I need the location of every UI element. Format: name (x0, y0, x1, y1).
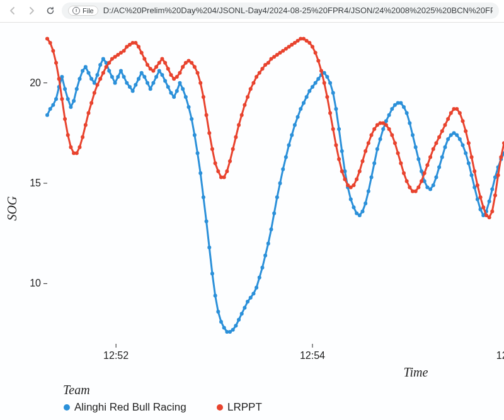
svg-point-12 (81, 69, 84, 73)
svg-point-169 (84, 123, 88, 127)
svg-point-175 (101, 71, 105, 75)
svg-point-162 (63, 117, 67, 121)
x-axis-label: Time (404, 365, 428, 379)
svg-point-248 (316, 59, 320, 63)
svg-point-174 (98, 77, 102, 81)
svg-point-24 (116, 75, 120, 79)
svg-point-110 (370, 175, 374, 179)
legend-marker (217, 404, 223, 411)
svg-point-53 (202, 195, 205, 199)
x-tick-label: 12:52 (103, 350, 129, 361)
svg-point-159 (54, 61, 58, 65)
svg-point-38 (158, 69, 161, 73)
svg-point-182 (122, 49, 126, 53)
svg-point-143 (467, 161, 471, 165)
svg-point-6 (63, 87, 67, 91)
y-tick-label: 10 (30, 278, 41, 288)
svg-point-60 (222, 326, 226, 330)
svg-point-92 (316, 77, 320, 81)
svg-point-177 (107, 61, 111, 65)
svg-point-298 (464, 129, 467, 133)
svg-point-47 (184, 95, 188, 99)
svg-point-43 (172, 95, 176, 99)
legend-item-label: Alinghi Red Bull Racing (74, 401, 186, 413)
svg-point-160 (57, 77, 61, 81)
svg-point-190 (146, 63, 149, 67)
svg-point-70 (251, 292, 255, 295)
svg-point-210 (205, 113, 209, 117)
svg-point-40 (163, 79, 167, 82)
svg-point-64 (234, 324, 238, 327)
file-chip-label: File (83, 7, 94, 14)
address-bar[interactable]: i File D:/AC%20Prelim%20Day%204/JSONL-Da… (62, 3, 499, 19)
svg-point-39 (160, 73, 164, 77)
svg-point-17 (96, 73, 100, 77)
forward-button[interactable] (24, 3, 39, 18)
svg-point-216 (222, 175, 226, 179)
svg-point-9 (72, 99, 76, 103)
svg-point-246 (311, 45, 314, 48)
svg-point-25 (119, 69, 123, 73)
svg-point-34 (146, 81, 149, 85)
svg-point-200 (175, 75, 179, 79)
svg-point-51 (196, 151, 200, 155)
svg-point-211 (207, 131, 211, 135)
svg-point-189 (142, 57, 146, 60)
svg-point-83 (290, 133, 294, 137)
svg-point-231 (266, 61, 270, 65)
svg-point-289 (437, 135, 441, 139)
reload-button[interactable] (43, 3, 58, 18)
svg-point-193 (154, 65, 158, 69)
svg-point-72 (258, 276, 261, 280)
svg-point-302 (476, 183, 479, 187)
svg-point-194 (158, 61, 161, 65)
legend-marker (64, 404, 70, 411)
svg-point-176 (105, 65, 108, 69)
svg-point-133 (437, 166, 441, 169)
svg-point-171 (89, 101, 93, 105)
svg-point-156 (45, 37, 49, 41)
svg-point-188 (140, 51, 144, 55)
svg-point-279 (408, 185, 411, 189)
svg-point-140 (458, 137, 462, 141)
svg-point-263 (360, 159, 364, 163)
x-tick-label: 12:54 (300, 350, 325, 361)
svg-point-79 (278, 181, 282, 185)
svg-point-98 (334, 107, 338, 111)
svg-point-262 (358, 169, 362, 173)
svg-point-306 (488, 215, 491, 219)
svg-point-49 (190, 117, 193, 121)
svg-point-198 (169, 73, 173, 77)
back-button[interactable] (5, 3, 20, 18)
svg-point-208 (198, 81, 202, 85)
svg-point-27 (125, 81, 129, 85)
svg-point-85 (296, 115, 300, 119)
url-text: D:/AC%20Prelim%20Day%204/JSONL-Day4/2024… (103, 6, 493, 15)
svg-point-307 (490, 210, 494, 213)
svg-point-281 (414, 190, 418, 193)
series-lrppt (45, 37, 504, 220)
svg-point-68 (246, 300, 249, 304)
svg-point-254 (334, 143, 338, 147)
svg-point-76 (269, 227, 273, 231)
svg-point-89 (307, 89, 311, 93)
svg-point-88 (305, 95, 309, 99)
svg-point-106 (358, 213, 362, 217)
svg-point-300 (470, 156, 474, 159)
svg-point-288 (434, 141, 438, 145)
legend-title: Team (63, 383, 90, 397)
svg-point-7 (66, 97, 70, 101)
y-axis-label: SOG (5, 196, 19, 220)
svg-point-45 (178, 81, 181, 85)
svg-point-136 (446, 137, 450, 141)
svg-point-212 (210, 147, 214, 151)
svg-point-87 (302, 101, 306, 105)
browser-toolbar: i File D:/AC%20Prelim%20Day%204/JSONL-Da… (0, 0, 504, 23)
svg-point-217 (225, 169, 229, 173)
svg-point-308 (493, 193, 497, 197)
svg-point-90 (311, 85, 314, 89)
svg-point-299 (467, 141, 471, 145)
svg-point-310 (499, 156, 503, 159)
svg-point-109 (367, 190, 370, 193)
svg-point-296 (458, 111, 462, 115)
